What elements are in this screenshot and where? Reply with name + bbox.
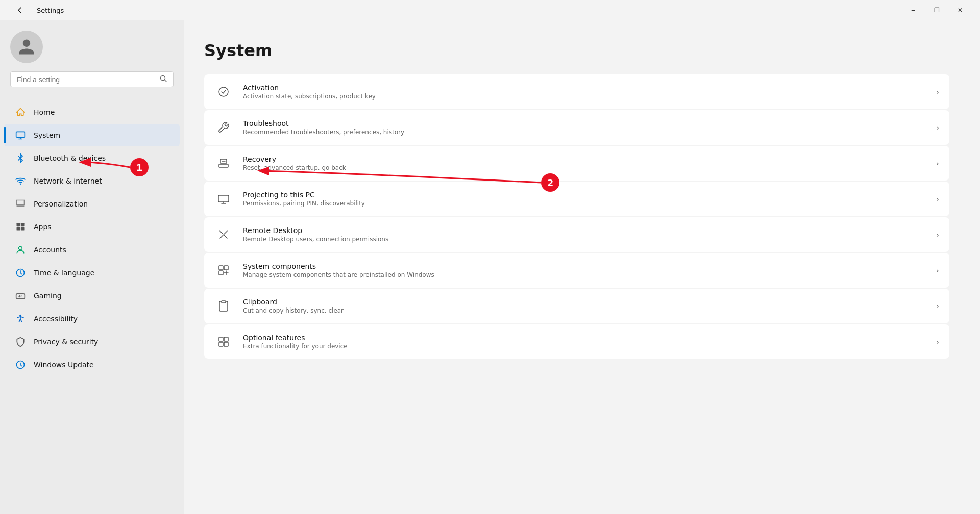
chevron-right-icon: ›	[936, 337, 939, 347]
svg-rect-2	[16, 132, 25, 137]
settings-item-troubleshoot[interactable]: Troubleshoot Recommended troubleshooters…	[204, 110, 949, 145]
settings-item-desc: Reset, advanced startup, go back	[243, 164, 926, 171]
sidebar-item-label: Apps	[34, 223, 52, 231]
sidebar-item-accessibility[interactable]: Accessibility	[4, 307, 180, 330]
sidebar-item-privacy[interactable]: Privacy & security	[4, 330, 180, 353]
svg-rect-21	[219, 271, 223, 275]
sidebar-item-accounts[interactable]: Accounts	[4, 239, 180, 261]
settings-item-desc: Manage system components that are preins…	[243, 271, 926, 278]
sidebar-item-label: Bluetooth & devices	[34, 154, 106, 162]
back-button[interactable]	[8, 2, 32, 18]
sidebar-item-label: Gaming	[34, 292, 62, 300]
settings-item-desc: Extra functionality for your device	[243, 343, 926, 350]
sidebar-nav: Home System Bluetooth & devices Network …	[0, 100, 184, 376]
settings-item-system-components[interactable]: System components Manage system componen…	[204, 253, 949, 288]
svg-rect-24	[224, 337, 228, 341]
window-controls: – ❐ ✕	[901, 2, 972, 18]
sidebar-item-label: Privacy & security	[34, 338, 98, 346]
settings-item-title: Projecting to this PC	[243, 191, 926, 199]
svg-rect-5	[21, 223, 24, 227]
privacy-icon	[14, 336, 27, 348]
settings-item-title: Remote Desktop	[243, 226, 926, 235]
remote-icon	[214, 225, 233, 244]
sidebar-item-label: System	[34, 131, 60, 139]
sidebar-item-network[interactable]: Network & internet	[4, 170, 180, 192]
settings-item-activation[interactable]: Activation Activation state, subscriptio…	[204, 74, 949, 109]
svg-rect-16	[219, 164, 228, 167]
person-icon	[17, 38, 36, 56]
settings-item-title: Optional features	[243, 333, 926, 342]
settings-item-optional-features[interactable]: Optional features Extra functionality fo…	[204, 324, 949, 359]
sidebar-item-gaming[interactable]: Gaming	[4, 285, 180, 307]
settings-list: Activation Activation state, subscriptio…	[204, 74, 949, 359]
sidebar-item-system[interactable]: System	[4, 124, 180, 146]
optional-icon	[214, 332, 233, 351]
settings-item-desc: Remote Desktop users, connection permiss…	[243, 236, 926, 243]
sidebar-item-update[interactable]: Windows Update	[4, 353, 180, 376]
sidebar-item-label: Windows Update	[34, 361, 94, 369]
settings-item-desc: Permissions, pairing PIN, discoverabilit…	[243, 200, 926, 207]
main-content: System Activation Activation state, subs…	[184, 20, 980, 514]
search-box[interactable]	[10, 71, 174, 87]
svg-rect-4	[17, 223, 20, 227]
sidebar-item-home[interactable]: Home	[4, 101, 180, 123]
app-container: Home System Bluetooth & devices Network …	[0, 20, 980, 514]
svg-point-13	[19, 315, 21, 316]
settings-item-remote-desktop[interactable]: Remote Desktop Remote Desktop users, con…	[204, 217, 949, 252]
settings-item-desc: Activation state, subscriptions, product…	[243, 93, 926, 100]
gaming-icon	[14, 290, 27, 302]
sidebar-item-time[interactable]: Time & language	[4, 262, 180, 284]
svg-point-8	[19, 246, 22, 250]
user-avatar[interactable]	[10, 31, 43, 63]
chevron-right-icon: ›	[936, 159, 939, 168]
settings-item-title: System components	[243, 262, 926, 270]
page-title: System	[204, 41, 949, 60]
svg-rect-20	[224, 266, 228, 270]
sidebar-item-label: Home	[34, 108, 55, 116]
clipboard-icon	[214, 297, 233, 315]
svg-rect-22	[222, 301, 226, 303]
maximize-button[interactable]: ❐	[925, 2, 948, 18]
sidebar-item-label: Accessibility	[34, 315, 78, 323]
search-icon	[160, 75, 167, 84]
accessibility-icon	[14, 313, 27, 325]
settings-item-recovery[interactable]: Recovery Reset, advanced startup, go bac…	[204, 146, 949, 181]
close-button[interactable]: ✕	[948, 2, 972, 18]
title-bar: Settings – ❐ ✕	[0, 0, 980, 20]
chevron-right-icon: ›	[936, 230, 939, 240]
search-input[interactable]	[17, 75, 156, 84]
accounts-icon	[14, 244, 27, 256]
brush-icon	[14, 198, 27, 210]
sidebar-item-apps[interactable]: Apps	[4, 216, 180, 238]
sidebar-item-bluetooth[interactable]: Bluetooth & devices	[4, 147, 180, 169]
chevron-right-icon: ›	[936, 87, 939, 97]
sidebar-item-personalization[interactable]: Personalization	[4, 193, 180, 215]
wrench-icon	[214, 118, 233, 137]
home-icon	[14, 106, 27, 118]
settings-item-title: Activation	[243, 84, 926, 92]
recovery-icon	[214, 154, 233, 172]
title-bar-left: Settings	[8, 2, 64, 18]
app-title: Settings	[37, 7, 64, 14]
sidebar-item-label: Time & language	[34, 269, 94, 277]
projecting-icon	[214, 190, 233, 208]
system-icon	[14, 129, 27, 141]
svg-rect-23	[219, 337, 223, 341]
update-icon	[14, 358, 27, 371]
svg-rect-26	[224, 342, 228, 346]
time-icon	[14, 267, 27, 279]
sidebar-item-label: Personalization	[34, 200, 88, 208]
svg-point-11	[22, 296, 23, 297]
sidebar-top	[0, 20, 184, 100]
svg-rect-25	[219, 342, 223, 346]
bluetooth-icon	[14, 152, 27, 164]
chevron-right-icon: ›	[936, 194, 939, 204]
minimize-button[interactable]: –	[901, 2, 925, 18]
network-icon	[14, 175, 27, 187]
svg-point-3	[20, 184, 21, 185]
settings-item-projecting[interactable]: Projecting to this PC Permissions, pairi…	[204, 182, 949, 216]
settings-item-desc: Recommended troubleshooters, preferences…	[243, 128, 926, 136]
svg-line-1	[165, 80, 167, 82]
settings-item-clipboard[interactable]: Clipboard Cut and copy history, sync, cl…	[204, 289, 949, 323]
components-icon	[214, 261, 233, 279]
